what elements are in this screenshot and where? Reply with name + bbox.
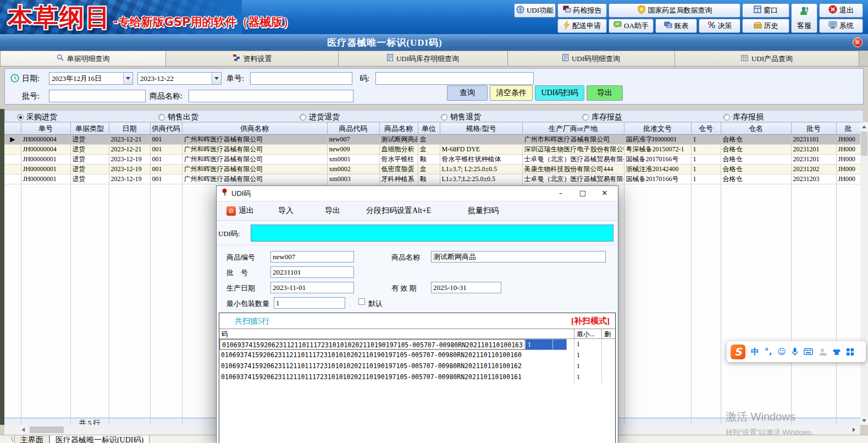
skin-icon[interactable]: [832, 348, 841, 356]
radio-doc-type-3[interactable]: 进货退货: [300, 112, 340, 122]
code-input[interactable]: [375, 72, 534, 85]
column-header[interactable]: 单号: [21, 123, 70, 135]
column-header[interactable]: 批准文号: [624, 123, 691, 135]
column-header[interactable]: 批: [836, 123, 860, 135]
column-header[interactable]: 商品代码: [327, 123, 379, 135]
udi-code-input[interactable]: [251, 225, 613, 242]
delete-cell[interactable]: [552, 340, 566, 349]
product-name-input[interactable]: [189, 90, 353, 102]
tab-5[interactable]: UDI产品查询: [675, 51, 859, 67]
dialog-menu-3[interactable]: 导出: [325, 206, 340, 216]
scroll-left-button[interactable]: [19, 425, 27, 435]
login-user-icon[interactable]: 25: [819, 348, 827, 356]
batch-input[interactable]: [270, 266, 354, 278]
udi-scan-button[interactable]: UDI码扫码: [535, 85, 584, 101]
account-reports-button[interactable]: 账表: [655, 19, 697, 33]
microphone-icon[interactable]: [792, 347, 798, 356]
scan-row[interactable]: 0106937415920623112110111723101010202110…: [219, 361, 615, 372]
oa-assistant-button[interactable]: OA助手: [609, 19, 654, 33]
page-close-button[interactable]: ✕: [853, 37, 863, 47]
table-row[interactable]: JH00000004进货2023-12-21001广州和晖医疗器械有限公司new…: [4, 145, 860, 155]
clear-filters-button[interactable]: 清空条件: [490, 85, 533, 101]
date-to-select[interactable]: 2023-12-22: [137, 72, 222, 85]
expiry-input[interactable]: [431, 282, 501, 293]
min-pack-input[interactable]: [274, 297, 345, 309]
dialog-menu-2[interactable]: 导入: [278, 206, 294, 216]
scroll-right-button[interactable]: [849, 425, 858, 435]
date-from-select[interactable]: 2023年12月16日: [49, 72, 133, 85]
tab-3[interactable]: UDI码库存明细查询: [339, 51, 508, 67]
emoji-icon[interactable]: ☺: [777, 347, 786, 357]
sheet-tab-2[interactable]: 医疗器械唯一标识(UDI码): [49, 435, 150, 443]
punctuation-icon[interactable]: °‚: [765, 347, 772, 357]
toolbox-grid-icon[interactable]: [847, 348, 854, 356]
radio-doc-type-1[interactable]: 采购进货: [17, 112, 57, 122]
customer-service-button[interactable]: 客服: [791, 3, 817, 33]
default-checkbox[interactable]: [358, 298, 365, 305]
sku-input[interactable]: [270, 251, 354, 262]
column-header[interactable]: 生产厂商or产地: [522, 123, 624, 135]
exit-button[interactable]: 退出: [819, 3, 863, 18]
delete-cell[interactable]: [601, 372, 615, 383]
cell: 进货: [70, 155, 109, 165]
scan-row[interactable]: 0106937415920623112110111723101010202110…: [219, 372, 615, 383]
delete-cell[interactable]: [601, 361, 615, 372]
maximize-button[interactable]: □: [572, 186, 594, 201]
sogou-logo-icon[interactable]: S: [731, 344, 745, 359]
vertical-scroll-thumb[interactable]: [861, 132, 867, 156]
drug-report-button[interactable]: 药检报告: [557, 3, 607, 18]
udi-function-button[interactable]: UDI功能: [514, 3, 556, 18]
nmpa-query-button[interactable]: 国家药监局数据查询: [609, 3, 740, 18]
keyboard-icon[interactable]: [804, 348, 813, 355]
sheet-tab-1[interactable]: 主界面: [14, 435, 49, 443]
minimize-button[interactable]: –: [550, 186, 572, 201]
dialog-menu-1[interactable]: ⊘退出: [226, 206, 254, 216]
chinese-mode-icon[interactable]: 中: [751, 347, 759, 357]
ime-toolbar[interactable]: S 中 °‚ ☺ 25: [727, 341, 866, 362]
scan-row[interactable]: 0106937415920623112110111723101010202110…: [219, 339, 567, 350]
column-header[interactable]: 供商代码: [150, 123, 182, 135]
tab-2[interactable]: 资料设置: [166, 51, 339, 67]
dialog-menu-5[interactable]: 批量扫码: [468, 206, 499, 216]
batch-input[interactable]: [49, 90, 146, 102]
close-button[interactable]: ✕: [594, 186, 616, 201]
column-header[interactable]: 仓名: [721, 123, 791, 135]
scroll-up-button[interactable]: [860, 122, 868, 131]
export-button[interactable]: 导出: [587, 85, 623, 101]
radio-doc-type-6[interactable]: 库存报损: [723, 112, 764, 122]
delete-cell[interactable]: [601, 350, 615, 361]
column-header[interactable]: 规格/型号: [440, 123, 522, 135]
production-date-input[interactable]: [270, 282, 354, 293]
tab-4[interactable]: UDI码明细查询: [508, 51, 675, 67]
table-row[interactable]: JH00000001进货2023-12-19001广州和晖医疗器械有限公司xm0…: [4, 155, 860, 165]
history-button[interactable]: 历史: [742, 19, 789, 33]
system-button[interactable]: 系统: [819, 19, 863, 33]
window-button[interactable]: 窗口: [742, 3, 789, 18]
scroll-down-button[interactable]: [860, 416, 868, 425]
horizontal-scroll-thumb[interactable]: [30, 426, 64, 433]
column-header[interactable]: 单位: [418, 123, 440, 135]
udi-dialog-titlebar[interactable]: UDI码 – □ ✕: [217, 186, 618, 201]
radio-doc-type-4[interactable]: 销售退货: [441, 112, 481, 122]
column-header[interactable]: 批号: [791, 123, 836, 135]
order-no-input[interactable]: [250, 72, 352, 85]
product-name-input[interactable]: [431, 251, 606, 262]
decision-button[interactable]: 决策: [699, 19, 740, 33]
dialog-menu-4[interactable]: 分段扫码设置Alt+E: [366, 206, 431, 216]
query-button[interactable]: 查询: [447, 85, 488, 101]
delete-cell[interactable]: [601, 339, 615, 350]
scan-row[interactable]: 0106937415920623112110111723101010202110…: [219, 350, 615, 361]
table-row[interactable]: JH00000001进货2023-12-19001广州和晖医疗器械有限公司xm0…: [4, 165, 860, 174]
delivery-request-button[interactable]: 配送申请: [557, 19, 607, 33]
tab-1[interactable]: 单据明细查询: [0, 51, 166, 67]
column-header[interactable]: 日期: [109, 123, 150, 135]
column-header[interactable]: 商品名称: [379, 123, 418, 135]
vertical-scrollbar[interactable]: [860, 122, 868, 425]
radio-doc-type-2[interactable]: 销售出货: [158, 112, 198, 122]
table-row[interactable]: ▶JH00000004进货2023-12-21001广州和晖医疗器械有限公司ne…: [4, 135, 860, 145]
column-header[interactable]: 供商名称: [182, 123, 327, 135]
radio-doc-type-5[interactable]: 库存报益: [582, 112, 622, 122]
column-header[interactable]: 仓号: [691, 123, 721, 135]
table-row[interactable]: JH00000001进货2023-12-19001广州和晖医疗器械有限公司xm0…: [4, 174, 860, 184]
column-header[interactable]: 单据类型: [70, 123, 109, 135]
